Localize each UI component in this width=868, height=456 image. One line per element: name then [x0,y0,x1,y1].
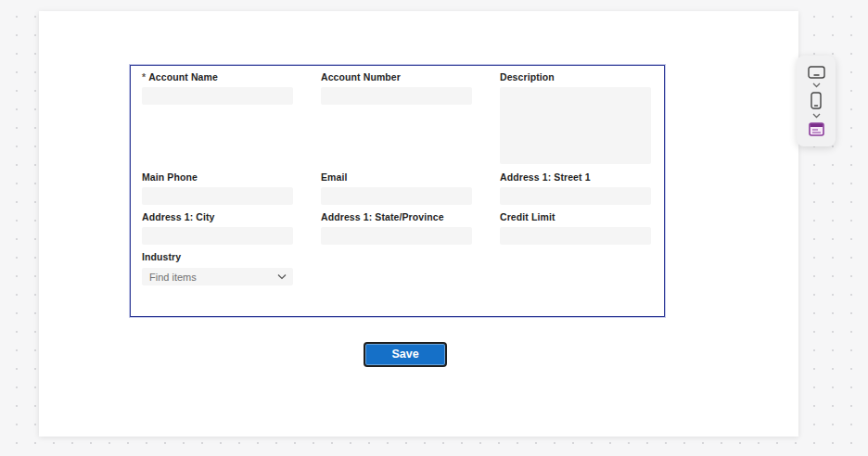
designer-workspace: *Account Name Account Number Description… [0,0,868,456]
description-label: Description [500,71,651,83]
main-phone-input[interactable] [142,187,293,205]
desktop-monitor-icon [808,66,825,79]
industry-combobox[interactable] [142,268,293,285]
address1-city-input[interactable] [142,227,293,245]
save-button[interactable]: Save [364,342,447,367]
email-input[interactable] [321,187,472,205]
required-marker: * [142,71,146,82]
field-email: Email [321,171,472,205]
field-industry: Industry [142,251,293,285]
account-name-label: *Account Name [142,71,293,83]
preview-canvas: *Account Name Account Number Description… [39,11,798,437]
main-phone-label: Main Phone [142,171,293,184]
account-number-input[interactable] [321,87,472,105]
device-preview-toolbar [797,56,836,146]
address1-street1-label: Address 1: Street 1 [500,171,651,184]
chevron-down-icon[interactable] [812,113,821,119]
field-account-name: *Account Name [142,71,293,105]
field-address1-state: Address 1: State/Province [321,211,472,245]
industry-label: Industry [142,251,293,263]
field-address1-city: Address 1: City [142,211,293,245]
address1-street1-input[interactable] [500,187,651,205]
chevron-down-icon[interactable] [812,82,821,88]
address1-state-input[interactable] [321,227,472,245]
account-number-label: Account Number [321,71,472,83]
address1-state-label: Address 1: State/Province [321,211,472,223]
field-credit-limit: Credit Limit [500,211,651,245]
form-factor-card-button[interactable] [809,122,824,136]
field-description: Description [500,71,651,164]
email-label: Email [321,171,472,184]
credit-limit-input[interactable] [500,227,651,245]
address1-city-label: Address 1: City [142,211,293,223]
description-textarea[interactable] [500,87,651,164]
field-account-number: Account Number [321,71,472,105]
form-section[interactable]: *Account Name Account Number Description… [130,65,665,317]
mobile-phone-icon [811,92,822,109]
desktop-preview-button[interactable] [808,66,825,79]
account-name-input[interactable] [142,87,293,105]
industry-combobox-input[interactable] [142,268,293,285]
mobile-preview-button[interactable] [811,92,822,109]
field-main-phone: Main Phone [142,171,293,205]
credit-limit-label: Credit Limit [500,211,651,223]
form-card-icon [809,122,824,136]
field-address1-street1: Address 1: Street 1 [500,171,651,205]
